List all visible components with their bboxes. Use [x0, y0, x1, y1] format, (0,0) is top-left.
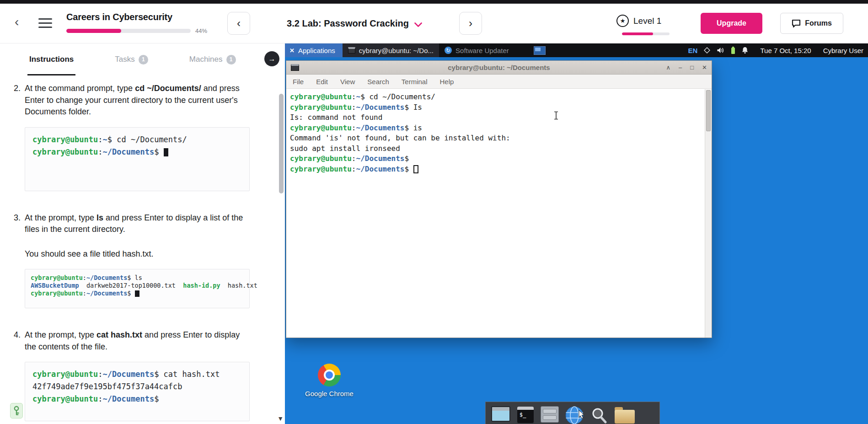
xterm-icon[interactable]: $_: [517, 406, 534, 424]
tab-instructions[interactable]: Instructions: [29, 43, 74, 75]
network-icon[interactable]: [704, 47, 710, 54]
back-chevron-icon[interactable]: ‹: [15, 15, 19, 29]
volume-icon[interactable]: [717, 47, 724, 54]
code-line: cybrary@ubuntu:~$ cd ~/Documents/: [32, 134, 242, 146]
terminal-line: Is: command not found: [290, 113, 701, 123]
session-user-menu[interactable]: Cybrary User: [823, 47, 863, 54]
battery-icon[interactable]: [731, 47, 735, 54]
dock: $_: [485, 402, 660, 424]
terminal-menu-terminal[interactable]: Terminal: [402, 78, 428, 86]
taskbar-clock[interactable]: Tue 7 Oct, 15:20: [760, 47, 811, 54]
applications-menu-button[interactable]: ✕ Applications: [285, 43, 343, 57]
step-text: At the prompt, type ls and press Enter t…: [25, 212, 250, 236]
web-browser-icon[interactable]: [565, 406, 584, 424]
taskbar-window-label: cybrary@ubuntu: ~/Do...: [359, 47, 434, 54]
instruction-step-3: 3.At the prompt, type ls and press Enter…: [14, 212, 274, 309]
chat-bubble-icon: [792, 19, 801, 28]
main-area: InstructionsTasks1Machines1→ 2.At the co…: [0, 43, 868, 424]
terminal-titlebar[interactable]: cybrary@ubuntu: ~/Documents ∧ – □ ✕: [286, 61, 712, 75]
step-number: 2.: [14, 83, 25, 191]
top-navbar: ‹ Careers in Cybersecurity 44% ‹ 3.2 Lab…: [0, 4, 868, 43]
workspace-switcher[interactable]: [534, 46, 546, 55]
upgrade-button[interactable]: Upgrade: [701, 13, 762, 34]
tabs-row: InstructionsTasks1Machines1→: [0, 43, 285, 75]
course-progress-bar: [66, 29, 191, 33]
language-indicator[interactable]: EN: [688, 47, 698, 54]
desktop-taskbar: ✕ Applications cybrary@ubuntu: ~/Do...↻S…: [285, 43, 868, 57]
terminal-menu-view[interactable]: View: [340, 78, 355, 86]
step-body: At the command prompt, type cd ~/Documen…: [25, 83, 250, 191]
ubuntu-desktop[interactable]: ✕ Applications cybrary@ubuntu: ~/Do...↻S…: [285, 43, 868, 424]
applications-label: Applications: [298, 47, 335, 54]
lesson-dropdown-chevron-icon[interactable]: [414, 22, 422, 27]
code-line: AWSBucketDump darkweb2017-top10000.txt h…: [31, 282, 244, 290]
menu-hamburger-icon[interactable]: [38, 18, 53, 31]
terminal-menu-file[interactable]: File: [293, 78, 304, 86]
terminal-line: cybrary@ubuntu:~/Documents$ Is: [290, 102, 701, 113]
lesson-title: 3.2 Lab: Password Cracking: [287, 18, 409, 29]
magnifier-icon[interactable]: [590, 406, 608, 424]
tab-machines[interactable]: Machines1: [189, 43, 236, 75]
code-line: cybrary@ubuntu:~/Documents$: [31, 290, 244, 297]
tabs-scroll-arrow[interactable]: →: [264, 51, 279, 66]
google-chrome-shortcut[interactable]: Google Chrome: [304, 364, 354, 398]
text-cursor: [135, 290, 139, 297]
terminal-menubar: FileEditViewSearchTerminalHelp: [286, 75, 712, 89]
code-line: cybrary@ubuntu:~/Documents$: [32, 393, 242, 405]
tab-tasks[interactable]: Tasks1: [115, 43, 148, 75]
panel-scroll-down-arrow[interactable]: ▼: [277, 415, 284, 422]
step-number: 3.: [14, 212, 25, 309]
chrome-logo-icon: [318, 364, 341, 386]
taskbar-window[interactable]: ↻Software Updater: [439, 43, 514, 57]
notifications-bell-icon[interactable]: [742, 47, 748, 54]
minimize-button[interactable]: –: [679, 64, 682, 71]
prev-lesson-button[interactable]: ‹: [227, 12, 250, 35]
course-info: Careers in Cybersecurity 44%: [66, 12, 207, 34]
step-note: You should see a file titled hash.txt.: [25, 248, 250, 260]
terminal-scrollbar-thumb[interactable]: [706, 90, 711, 131]
terminal-menu-edit[interactable]: Edit: [316, 78, 328, 86]
next-lesson-button[interactable]: ›: [459, 12, 482, 35]
file-drawer-icon[interactable]: [541, 406, 559, 423]
xfce-logo-icon: ✕: [289, 47, 295, 54]
terminal-output[interactable]: cybrary@ubuntu:~$ cd ~/Documents/cybrary…: [286, 89, 705, 338]
shortcut-label: Google Chrome: [304, 390, 354, 398]
text-cursor: [413, 165, 418, 173]
password-widget-button[interactable]: [10, 403, 23, 419]
terminal-scrollbar[interactable]: [705, 89, 712, 338]
window-controls: ∧ – □ ✕: [666, 64, 707, 71]
step-text: At the command prompt, type cd ~/Documen…: [25, 83, 250, 118]
lesson-header: 3.2 Lab: Password Cracking: [256, 4, 453, 43]
terminal-menu-search[interactable]: Search: [367, 78, 389, 86]
key-icon: [13, 406, 20, 416]
panel-scrollbar-thumb[interactable]: [279, 94, 284, 193]
terminal-monitor-icon[interactable]: [491, 406, 510, 422]
close-button[interactable]: ✕: [702, 64, 707, 71]
step-body: At the prompt, type ls and press Enter t…: [25, 212, 250, 309]
tab-badge: 1: [139, 55, 148, 64]
tab-label: Machines: [189, 55, 223, 64]
terminal-title: cybrary@ubuntu: ~/Documents: [286, 64, 712, 71]
software-updater-icon: ↻: [445, 47, 452, 54]
maximize-button[interactable]: □: [690, 64, 694, 71]
code-line: cybrary@ubuntu:~/Documents$: [32, 146, 242, 158]
code-line: cybrary@ubuntu:~/Documents$ ls: [31, 274, 244, 282]
instruction-step-2: 2.At the command prompt, type cd ~/Docum…: [14, 83, 274, 191]
code-block: cybrary@ubuntu:~$ cd ~/Documents/cybrary…: [25, 127, 250, 191]
forums-button[interactable]: Forums: [780, 13, 843, 34]
browser-top-strip: [0, 0, 868, 4]
app-window: ‹ Careers in Cybersecurity 44% ‹ 3.2 Lab…: [0, 0, 868, 424]
forums-label: Forums: [805, 19, 832, 27]
code-line: cybrary@ubuntu:~/Documents$ cat hash.txt: [32, 368, 242, 381]
taskbar-window-list: cybrary@ubuntu: ~/Do...↻Software Updater: [343, 43, 514, 57]
terminal-menu-help[interactable]: Help: [440, 78, 454, 86]
terminal-window: cybrary@ubuntu: ~/Documents ∧ – □ ✕ File…: [286, 60, 712, 338]
step-body: At the prompt, type cat hash.txt and pre…: [25, 329, 250, 421]
course-title: Careers in Cybersecurity: [66, 12, 207, 22]
folder-icon[interactable]: [615, 406, 635, 424]
taskbar-window[interactable]: cybrary@ubuntu: ~/Do...: [343, 43, 439, 57]
level-indicator: ★ Level 1: [616, 15, 661, 27]
level-star-icon: ★: [616, 15, 629, 27]
shade-button[interactable]: ∧: [666, 64, 670, 71]
terminal-line: cybrary@ubuntu:~/Documents$: [290, 164, 701, 175]
